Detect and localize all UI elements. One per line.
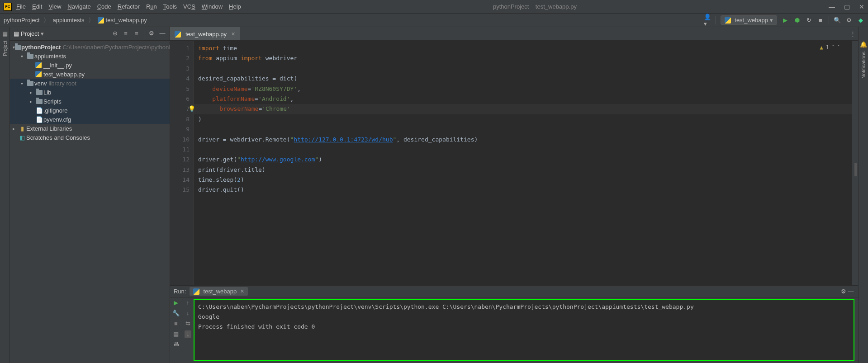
breadcrumb-file[interactable]: test_webapp.py [98, 17, 147, 24]
run-tab-label: test_webapp [203, 288, 237, 295]
breadcrumb-folder[interactable]: appiumtests [53, 17, 85, 24]
panel-title-label: Project [21, 30, 39, 37]
panel-icon: ▤ [14, 30, 19, 37]
tree-folder-appiumtests[interactable]: ▾ appiumtests [10, 52, 170, 61]
chevron-right-icon[interactable]: ▸ [30, 90, 35, 95]
file-icon: 📄 [35, 116, 43, 123]
app-logo-icon: PC [4, 3, 12, 11]
close-tab-icon[interactable]: ✕ [231, 31, 235, 37]
wrap-icon[interactable]: ⇆ [185, 320, 190, 327]
tree-label: External Libraries [26, 125, 72, 132]
chevron-right-icon[interactable]: ▸ [30, 99, 35, 104]
gear-icon[interactable]: ⚙ [148, 30, 155, 37]
editor-tab[interactable]: test_webapp.py ✕ [170, 27, 240, 40]
project-panel: ▤ Project ▾ ⊕ ≡ ≡ ⚙ — ▾ pythonProject C:… [10, 27, 170, 363]
tree-root[interactable]: ▾ pythonProject C:\Users\naben\PycharmPr… [10, 42, 170, 52]
stop-icon[interactable]: ■ [174, 320, 178, 327]
run-action-toolbar: ▶ 🔧 ■ ▤ 🖶 [170, 297, 182, 363]
menu-window[interactable]: Window [202, 3, 223, 10]
editor-status[interactable]: ▲ 1 ˄ ˅ [820, 42, 840, 52]
stop-button[interactable]: ■ [817, 17, 824, 24]
toolbar-right: 👤▾ test_webapp ▾ ▶ ⬢ ↻ ■ 🔍 ⚙ ◆ [704, 15, 864, 25]
tree-folder-scripts[interactable]: ▸ Scripts [10, 97, 170, 106]
maximize-icon[interactable]: ▢ [844, 3, 850, 10]
menu-run[interactable]: Run [146, 3, 157, 10]
wrench-icon[interactable]: 🔧 [172, 310, 180, 316]
menu-navigate[interactable]: Navigate [67, 3, 90, 10]
folder-icon [27, 81, 33, 86]
python-file-icon [175, 31, 181, 38]
code-editor[interactable]: 1 2 3 4 5 6 7 8 9 10 11 12 13 14 15 ▲ [170, 41, 858, 285]
console-line: Process finished with exit code 0 [198, 322, 850, 332]
tree-scratches[interactable]: ◧ Scratches and Consoles [10, 133, 170, 142]
chevron-down-icon[interactable]: ▾ [21, 81, 26, 86]
folder-icon [15, 45, 21, 50]
tree-file-gitignore[interactable]: 📄 .gitignore [10, 106, 170, 115]
menu-edit[interactable]: Edit [32, 3, 42, 10]
nav-toolbar: pythonProject 〉 appiumtests 〉 test_webap… [0, 14, 868, 27]
tree-file-init[interactable]: __init__.py [10, 61, 170, 70]
panel-tools: ⊕ ≡ ≡ ⚙ — [111, 30, 166, 38]
search-icon[interactable]: 🔍 [834, 17, 841, 24]
project-tree[interactable]: ▾ pythonProject C:\Users\naben\PycharmPr… [10, 41, 170, 363]
layout-icon[interactable]: ▤ [173, 330, 179, 337]
gear-icon[interactable]: ⚙ [840, 288, 847, 295]
collapse-icon[interactable]: ≡ [133, 30, 140, 37]
tree-external-libs[interactable]: ▸ ▮ External Libraries [10, 124, 170, 133]
menu-view[interactable]: View [48, 3, 61, 10]
tab-menu-icon[interactable]: ⋮ [847, 27, 858, 40]
tree-file-testwebapp[interactable]: test_webapp.py [10, 70, 170, 79]
tree-label: pyvenv.cfg [43, 116, 71, 123]
run-coverage-button[interactable]: ↻ [805, 17, 812, 24]
up-icon[interactable]: ↑ [186, 299, 190, 306]
menu-file[interactable]: File [16, 3, 26, 10]
run-config-name: test_webapp [735, 17, 768, 24]
down-icon[interactable]: ↓ [186, 310, 190, 316]
menu-vcs[interactable]: VCS [183, 3, 195, 10]
minimize-panel-icon[interactable]: — [159, 30, 166, 37]
code-with-me-icon[interactable]: ◆ [857, 17, 864, 24]
rerun-icon[interactable]: ▶ [174, 299, 178, 306]
print-icon[interactable]: 🖶 [173, 341, 179, 348]
add-user-icon[interactable]: 👤▾ [704, 17, 711, 24]
chevron-right-icon[interactable]: ▸ [13, 126, 18, 131]
tree-folder-lib[interactable]: ▸ Lib [10, 88, 170, 97]
panel-title[interactable]: ▤ Project ▾ [14, 30, 111, 37]
expand-icon[interactable]: ≡ [122, 30, 129, 37]
run-tab[interactable]: test_webapp ✕ [190, 287, 248, 296]
library-icon: ▮ [18, 125, 26, 132]
close-tab-icon[interactable]: ✕ [240, 288, 244, 294]
menu-code[interactable]: Code [97, 3, 111, 10]
locate-icon[interactable]: ⊕ [111, 30, 119, 37]
menu-tools[interactable]: Tools [163, 3, 177, 10]
warning-icon: ▲ [820, 42, 823, 52]
close-icon[interactable]: ✕ [859, 3, 864, 10]
settings-icon[interactable]: ⚙ [845, 17, 853, 24]
python-file-icon [35, 62, 42, 68]
notifications-label[interactable]: Notifications [861, 52, 866, 79]
code-content[interactable]: ▲ 1 ˄ ˅ import time from appium import w… [194, 41, 852, 285]
menu-refactor[interactable]: Refactor [118, 3, 140, 10]
tree-folder-venv[interactable]: ▾ venv library root [10, 79, 170, 88]
menu-help[interactable]: Help [229, 3, 241, 10]
debug-button[interactable]: ⬢ [793, 17, 801, 24]
bell-icon[interactable]: 🔔 [860, 41, 867, 48]
minimize-panel-icon[interactable]: — [847, 288, 854, 295]
run-config-selector[interactable]: test_webapp ▾ [721, 15, 777, 25]
chevron-down-icon[interactable]: ▾ [21, 54, 26, 59]
project-tool-icon[interactable]: ▤ [1, 30, 9, 37]
minimize-icon[interactable]: — [829, 3, 835, 10]
editor-scrollbar[interactable] [852, 41, 858, 285]
breadcrumb-project[interactable]: pythonProject [4, 17, 40, 24]
run-button[interactable]: ▶ [782, 17, 789, 24]
project-tab-label[interactable]: Project [2, 41, 8, 56]
editor-tabs: test_webapp.py ✕ ⋮ [170, 27, 858, 41]
tree-file-pyvenv[interactable]: 📄 pyvenv.cfg [10, 115, 170, 124]
intention-bulb-icon[interactable]: 💡 [188, 105, 195, 112]
chevron-up-icon[interactable]: ˄ [832, 42, 835, 52]
scroll-icon[interactable]: ⤓ [185, 330, 191, 338]
left-tool-strip: ▤ Project [0, 27, 10, 363]
run-nav-toolbar: ↑ ↓ ⇆ ⤓ [182, 297, 194, 363]
chevron-down-icon[interactable]: ˅ [837, 42, 840, 52]
console-output[interactable]: C:\Users\naben\PycharmProjects\pythonPro… [194, 299, 854, 361]
